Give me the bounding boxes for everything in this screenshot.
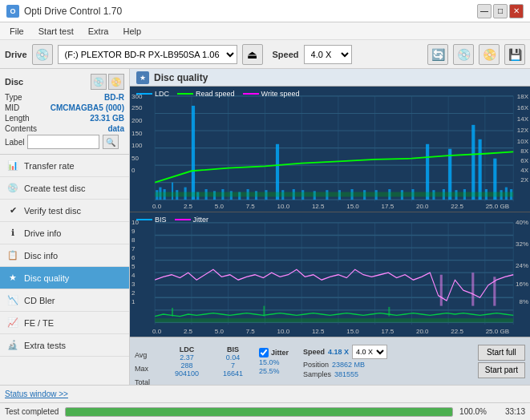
statusbar: Test completed 100.0% 33:13 xyxy=(0,402,530,420)
menu-file[interactable]: File xyxy=(3,25,30,38)
bottom-chart: BIS Jitter xyxy=(130,212,530,337)
menu-extra[interactable]: Extra xyxy=(82,25,115,38)
eject-button[interactable]: ⏏ xyxy=(242,44,263,65)
sidebar-item-disc-info[interactable]: 📋Disc info xyxy=(0,244,129,267)
bottom-x-axis: 0.0 2.5 5.0 7.5 10.0 12.5 15.0 17.5 20.0… xyxy=(152,328,509,335)
sidebar-item-disc-quality[interactable]: ★Disc quality xyxy=(0,267,129,289)
drive-select[interactable]: (F:) PLEXTOR BD-R PX-LB950SA 1.06 xyxy=(58,45,237,64)
y-label-200: 200 xyxy=(131,117,142,124)
write-speed-label: Write speed xyxy=(261,90,300,98)
disc-quality-icon: ★ xyxy=(6,272,19,285)
status-window-button[interactable]: Status window >> xyxy=(5,390,68,398)
drive-info-icon: ℹ xyxy=(6,227,19,240)
close-button[interactable]: ✕ xyxy=(509,4,524,18)
save-button[interactable]: 💾 xyxy=(504,44,525,65)
maximize-button[interactable]: □ xyxy=(493,4,508,18)
y-right-2x: 2X xyxy=(520,176,528,184)
sidebar: Disc 💿 📀 Type BD-R MID CMCMAGBA5 (000) L… xyxy=(0,69,130,385)
disc-panel: Disc 💿 📀 Type BD-R MID CMCMAGBA5 (000) L… xyxy=(0,69,129,155)
start-full-button[interactable]: Start full xyxy=(478,345,525,361)
sidebar-item-drive-info[interactable]: ℹDrive info xyxy=(0,222,129,244)
y-right-4x: 4X xyxy=(520,167,528,174)
titlebar-left: O Opti Drive Control 1.70 xyxy=(6,5,122,18)
ldc-label: LDC xyxy=(155,90,169,98)
y-label-0: 0 xyxy=(131,167,135,174)
total-row-label: Total xyxy=(135,376,159,389)
sidebar-item-verify-test-disc[interactable]: ✔Verify test disc xyxy=(0,200,129,222)
disc-contents-value: data xyxy=(107,124,124,133)
y2-right-40: 40% xyxy=(516,219,528,226)
disc-icon-btn2[interactable]: 📀 xyxy=(108,74,124,90)
y2-label-2: 2 xyxy=(131,289,135,297)
y2-right-24: 24% xyxy=(516,262,528,269)
drive-icon: 💿 xyxy=(32,44,53,65)
sidebar-item-fe-te[interactable]: 📈FE / TE xyxy=(0,312,129,334)
svg-rect-86 xyxy=(493,277,496,305)
disc-type-value: BD-R xyxy=(104,93,124,102)
y-label-50: 50 xyxy=(131,155,139,162)
refresh-button[interactable]: 🔄 xyxy=(427,44,448,65)
titlebar: O Opti Drive Control 1.70 — □ ✕ xyxy=(0,0,530,22)
y2-label-3: 3 xyxy=(131,281,135,288)
avg-row-label: Avg xyxy=(135,349,159,361)
drive-info-label: Drive info xyxy=(24,228,61,238)
disc-length-value: 23.31 GB xyxy=(90,114,124,123)
y2-label-6: 6 xyxy=(131,254,135,261)
samples-val: 381555 xyxy=(334,370,358,378)
bx-25gb: 25.0 GB xyxy=(486,328,509,335)
disc-label-icon[interactable]: 🔍 xyxy=(103,135,119,149)
x-20: 20.0 xyxy=(416,203,429,210)
top-chart-svg xyxy=(130,87,530,212)
disc-button2[interactable]: 📀 xyxy=(479,44,500,65)
write-speed-color xyxy=(243,93,259,95)
disc-info-label: Disc info xyxy=(24,251,58,260)
create-test-disc-label: Create test disc xyxy=(24,184,85,193)
disc-mid-label: MID xyxy=(5,103,19,112)
legend-bis: BIS xyxy=(136,216,167,224)
ldc-avg: 2.37 xyxy=(180,353,194,361)
bis-color xyxy=(136,219,152,220)
speed-row: Speed 4.18 X 4.0 X xyxy=(303,345,387,359)
legend-jitter: Jitter xyxy=(175,216,209,224)
y2-label-5: 5 xyxy=(131,263,135,270)
y-label-250: 250 xyxy=(131,104,142,111)
speed-position-col: Speed 4.18 X 4.0 X Position 23862 MB Sam… xyxy=(303,345,387,378)
disc-icon-btn[interactable]: 💿 xyxy=(91,74,107,90)
sidebar-item-extra-tests[interactable]: 🔬Extra tests xyxy=(0,334,129,357)
samples-label: Samples xyxy=(303,370,331,378)
jitter-checkbox[interactable] xyxy=(259,348,269,357)
svg-rect-24 xyxy=(192,106,195,200)
jitter-col-header: Jitter xyxy=(271,349,289,357)
main-area: Disc 💿 📀 Type BD-R MID CMCMAGBA5 (000) L… xyxy=(0,69,530,385)
position-label: Position xyxy=(303,361,329,369)
progress-bar-container xyxy=(65,407,453,417)
minimize-button[interactable]: — xyxy=(477,4,492,18)
disc-button[interactable]: 💿 xyxy=(453,44,474,65)
sidebar-item-create-test-disc[interactable]: 💿Create test disc xyxy=(0,177,129,200)
ldc-total: 904100 xyxy=(175,370,199,378)
svg-rect-81 xyxy=(172,308,173,316)
speed-stat-select[interactable]: 4.0 X xyxy=(352,345,387,359)
sidebar-item-cd-bler[interactable]: 📉CD Bler xyxy=(0,289,129,312)
progress-percent: 100.0% xyxy=(459,407,487,416)
disc-label-input[interactable] xyxy=(27,135,99,149)
start-part-button[interactable]: Start part xyxy=(478,362,525,378)
disc-info-icon: 📋 xyxy=(6,249,19,262)
content-area: ★ Disc quality LDC Read speed xyxy=(130,69,530,385)
samples-row: Samples 381555 xyxy=(303,370,387,378)
menu-help[interactable]: Help xyxy=(116,25,148,38)
jitter-max: 25.5% xyxy=(259,367,289,375)
sidebar-item-transfer-rate[interactable]: 📊Transfer rate xyxy=(0,155,129,177)
menu-start-test[interactable]: Start test xyxy=(32,25,80,38)
bottom-toolbar: Status window >> xyxy=(0,385,530,402)
svg-rect-53 xyxy=(471,125,475,200)
speed-label: Speed xyxy=(273,50,299,59)
y2-right-16: 16% xyxy=(516,281,528,288)
top-x-axis: 0.0 2.5 5.0 7.5 10.0 12.5 15.0 17.5 20.0… xyxy=(152,203,509,210)
speed-select[interactable]: 4.0 X xyxy=(304,45,352,64)
legend-write-speed: Write speed xyxy=(243,90,300,98)
x-15: 15.0 xyxy=(346,203,359,210)
menubar: File Start test Extra Help xyxy=(0,22,530,40)
speed-val: 4.18 X xyxy=(328,348,349,356)
stats-bar: Avg Max Total LDC 2.37 288 904100 BIS 0.… xyxy=(130,337,530,385)
